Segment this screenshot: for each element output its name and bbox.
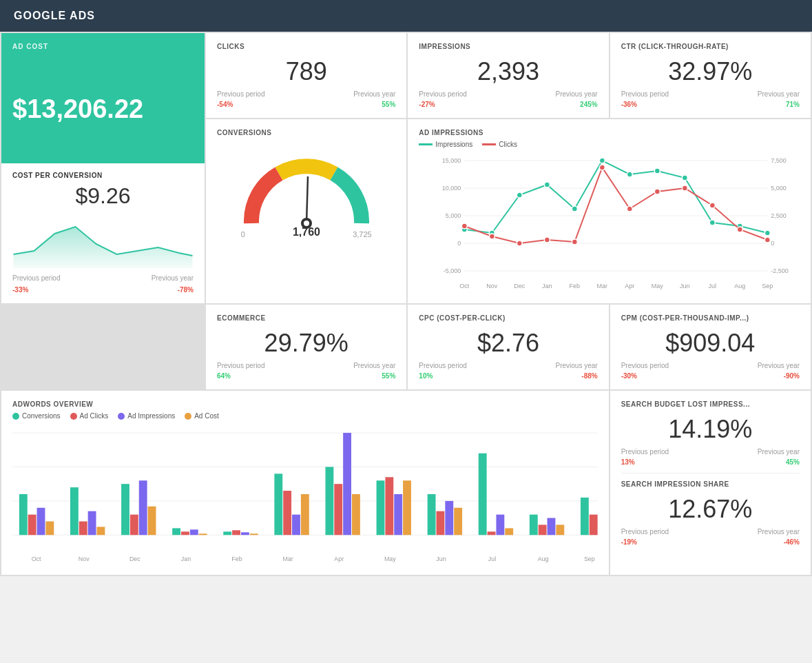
clicks-value: 789	[217, 57, 395, 86]
clicks-prev-year-pct: 55%	[382, 101, 395, 108]
svg-point-32	[490, 234, 495, 239]
svg-text:Jan: Jan	[181, 555, 191, 562]
svg-rect-79	[274, 473, 282, 535]
cpc-prev-year-pct: -88%	[581, 372, 597, 380]
ad-impressions-chart: 15,000 10,000 5,000 0 -5,000 7,500 5,000…	[419, 154, 800, 292]
svg-text:Oct: Oct	[460, 283, 470, 289]
svg-text:Feb: Feb	[570, 283, 581, 289]
sparkline-chart	[12, 213, 194, 268]
ad-impressions-card: AD IMPRESSIONS Impressions Clicks 15,000…	[408, 119, 811, 303]
ctr-prev-period-pct: -36%	[621, 101, 637, 108]
svg-rect-80	[283, 491, 291, 535]
svg-text:10,000: 10,000	[442, 185, 461, 192]
clicks-label: CLICKS	[217, 43, 395, 50]
svg-text:Aug: Aug	[735, 283, 746, 289]
svg-text:Sep: Sep	[762, 283, 773, 289]
svg-text:Jun: Jun	[436, 555, 446, 562]
svg-rect-91	[428, 494, 436, 535]
svg-text:Feb: Feb	[231, 555, 242, 562]
svg-rect-60	[28, 515, 37, 536]
svg-point-2	[304, 221, 309, 226]
svg-point-40	[710, 203, 716, 208]
svg-rect-102	[556, 524, 564, 535]
svg-rect-88	[385, 477, 393, 535]
svg-text:Dec: Dec	[129, 555, 140, 562]
adwords-overview-label: ADWORDS OVERVIEW	[12, 400, 598, 408]
ecommerce-label: ECOMMERCE	[217, 314, 395, 322]
svg-point-27	[683, 175, 688, 181]
svg-text:Mar: Mar	[597, 283, 608, 289]
ctr-label: CTR (CLICK-THROUGH-RATE)	[621, 43, 800, 50]
ecommerce-card: ECOMMERCE 29.79% Previous period Previou…	[206, 305, 406, 389]
svg-rect-93	[445, 501, 453, 535]
svg-rect-67	[121, 484, 129, 535]
cost-per-conversion-label: COST PER CONVERSION	[12, 172, 194, 179]
legend-clicks-color	[482, 143, 496, 145]
legend-ad-clicks: Ad Clicks	[70, 412, 109, 420]
svg-text:2,500: 2,500	[771, 212, 787, 219]
svg-rect-71	[172, 528, 180, 535]
svg-point-36	[600, 165, 605, 170]
search-budget-prev-period-label: Previous period	[621, 448, 669, 456]
clicks-prev-year-label: Previous year	[353, 90, 395, 98]
clicks-prev-period-label: Previous period	[217, 90, 264, 98]
svg-point-22	[545, 182, 550, 187]
svg-text:5,000: 5,000	[771, 185, 787, 192]
legend-impressions-color	[419, 143, 433, 145]
adwords-bar-chart: Oct Nov Dec Jan Feb Mar Apr May Jun Jul …	[12, 425, 598, 563]
svg-rect-94	[454, 508, 462, 536]
svg-text:5,000: 5,000	[446, 212, 461, 219]
svg-rect-76	[232, 530, 240, 535]
impressions-prev-year-pct: 245%	[580, 101, 598, 108]
svg-rect-83	[325, 467, 333, 535]
svg-text:Nov: Nov	[487, 283, 499, 289]
ctr-prev-year-pct: 71%	[786, 101, 800, 108]
svg-rect-95	[479, 453, 487, 536]
ctr-card: CTR (CLICK-THROUGH-RATE) 32.97% Previous…	[610, 33, 811, 118]
svg-point-24	[600, 158, 605, 163]
search-budget-prev-year-label: Previous year	[758, 448, 800, 456]
svg-point-23	[572, 206, 578, 212]
cpc-prev-period-label: Previous period	[419, 362, 466, 369]
svg-point-42	[765, 237, 771, 243]
legend-clicks: Clicks	[482, 141, 517, 148]
search-impression-section: SEARCH IMPRESSION SHARE 12.67% Previous …	[621, 480, 800, 546]
svg-text:15,000: 15,000	[442, 157, 461, 164]
cpm-value: $909.04	[621, 329, 800, 358]
legend-impressions: Impressions	[419, 141, 472, 148]
ctr-prev-period-label: Previous period	[621, 90, 669, 98]
search-budget-value: 14.19%	[621, 415, 800, 444]
search-budget-label: SEARCH BUDGET LOST IMPRESS...	[621, 400, 800, 408]
svg-rect-92	[437, 511, 445, 536]
ad-cost-prev-year-pct: -78%	[178, 286, 194, 294]
cpc-prev-period-pct: 10%	[419, 372, 433, 380]
svg-rect-86	[352, 494, 360, 535]
svg-rect-84	[334, 484, 342, 535]
svg-rect-62	[45, 522, 54, 536]
svg-point-41	[738, 227, 743, 232]
impressions-card: IMPRESSIONS 2,393 Previous period Previo…	[408, 33, 608, 118]
svg-rect-69	[139, 480, 147, 535]
svg-line-0	[306, 176, 308, 223]
svg-rect-68	[130, 515, 138, 536]
svg-rect-100	[539, 524, 547, 535]
impressions-prev-year-label: Previous year	[556, 90, 598, 98]
ad-impressions-legend: Impressions Clicks	[419, 141, 800, 148]
search-budget-prev-period-pct: 13%	[621, 458, 635, 466]
cpm-label: CPM (COST-PER-THOUSAND-IMP...)	[621, 314, 800, 322]
svg-point-25	[627, 172, 633, 177]
svg-rect-98	[505, 528, 513, 535]
svg-rect-59	[19, 494, 28, 535]
conversions-card: CONVERSIONS 1,760 0 3,725	[206, 119, 406, 303]
ad-cost-prev-period-pct: -33%	[12, 286, 28, 294]
svg-point-26	[655, 168, 660, 174]
cpm-card: CPM (COST-PER-THOUSAND-IMP...) $909.04 P…	[610, 305, 811, 389]
conversions-label: CONVERSIONS	[217, 129, 395, 136]
svg-point-33	[517, 241, 523, 246]
impressions-label: IMPRESSIONS	[419, 43, 597, 50]
svg-text:7,500: 7,500	[771, 157, 787, 164]
ecommerce-prev-year-pct: 55%	[382, 372, 395, 380]
svg-rect-85	[343, 433, 351, 535]
svg-point-21	[517, 192, 523, 198]
svg-rect-77	[241, 532, 249, 535]
